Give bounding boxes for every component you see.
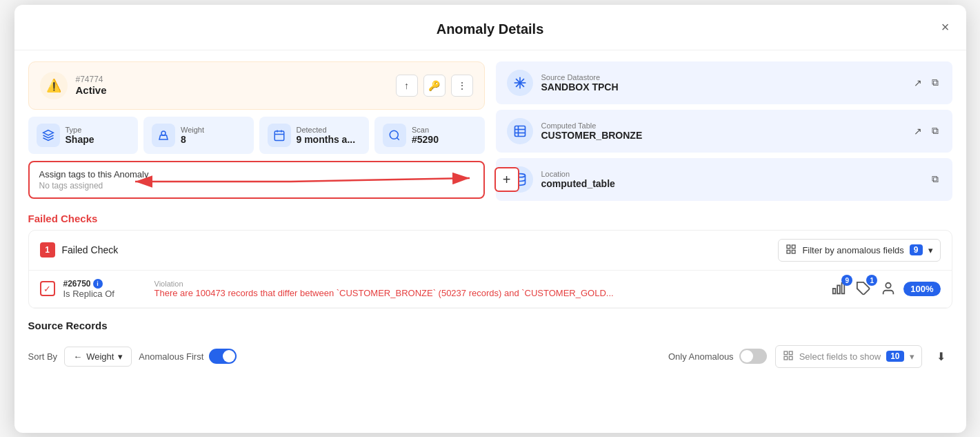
metric-cards: Type Shape Weight 8 (28, 117, 485, 154)
anomaly-id: #74774 (76, 75, 107, 84)
left-panel: ⚠️ #74774 Active ↑ 🔑 (28, 61, 485, 202)
svg-point-5 (390, 130, 398, 139)
computed-table-label: Computed Table (541, 122, 643, 130)
svg-point-0 (161, 131, 166, 135)
snowflake-icon (507, 70, 533, 96)
violation-label: Violation (154, 280, 821, 288)
copy-button[interactable]: ⧉ (929, 74, 941, 91)
select-fields-dropdown-icon: ▾ (910, 351, 914, 362)
only-anomalous-label: Only Anomalous (668, 351, 734, 362)
computed-copy-button[interactable]: ⧉ (929, 122, 941, 139)
anomaly-details-modal: Anomaly Details × ⚠️ #74774 Active (14, 5, 966, 433)
location-actions: ⧉ (929, 171, 941, 188)
close-button[interactable]: × (941, 19, 950, 35)
location-card: Location computed_table ⧉ (496, 158, 952, 201)
type-label: Type (66, 126, 94, 134)
sort-arrow-icon: ← (73, 351, 82, 362)
filter-count-badge: 9 (910, 244, 923, 255)
tags-label: Assign tags to this Anomaly (39, 169, 474, 179)
only-anomalous-toggle[interactable] (739, 349, 767, 364)
anomaly-status: Active (76, 84, 107, 96)
key-button[interactable]: 🔑 (423, 75, 446, 97)
modal-body: ⚠️ #74774 Active ↑ 🔑 (14, 50, 966, 386)
failed-checks-header: 1 Failed Check Filter by anomalous field… (29, 231, 952, 271)
source-records-title: Source Records (28, 320, 952, 331)
external-link-button[interactable]: ↗ (911, 74, 925, 91)
anomaly-card: ⚠️ #74774 Active ↑ 🔑 (28, 61, 485, 110)
source-datastore-actions: ↗ ⧉ (911, 74, 941, 91)
anomaly-actions: ↑ 🔑 ⋮ (396, 75, 473, 97)
tag-badge: 1 (866, 275, 877, 286)
detected-value: 9 months a... (297, 134, 356, 145)
location-copy-button[interactable]: ⧉ (929, 171, 941, 188)
source-datastore-card: Source Datastore SANDBOX TPCH ↗ ⧉ (496, 61, 952, 104)
weight-icon (152, 124, 175, 147)
anomalous-first-toggle[interactable] (209, 349, 237, 364)
source-datastore-text: Source Datastore SANDBOX TPCH (541, 73, 619, 93)
check-checkbox[interactable]: ✓ (40, 281, 55, 296)
metric-card-scan: Scan #5290 (374, 117, 485, 154)
source-records-toolbar: Sort By ← Weight ▾ Anomalous First Only … (28, 338, 952, 375)
check-info-badge: i (93, 279, 103, 289)
detected-icon (268, 124, 291, 147)
weight-label: Weight (181, 126, 204, 134)
svg-point-27 (886, 283, 891, 288)
select-fields-placeholder: Select fields to show (799, 351, 881, 362)
metric-info-weight: Weight 8 (181, 126, 204, 145)
check-row: ✓ #26750 i Is Replica Of Violation There… (29, 271, 952, 308)
filter-by-anomalous-button[interactable]: Filter by anomalous fields 9 ▾ (778, 239, 940, 262)
filter-label: Filter by anomalous fields (802, 245, 903, 255)
metric-info-detected: Detected 9 months a... (297, 126, 356, 145)
metric-card-type: Type Shape (28, 117, 139, 154)
anomaly-card-left: ⚠️ #74774 Active (40, 72, 107, 99)
failed-check-header-left: 1 Failed Check (40, 242, 119, 258)
sort-button[interactable]: ← Weight ▾ (64, 347, 132, 367)
failed-checks-title: Failed Checks (28, 213, 952, 224)
computed-table-left: Computed Table CUSTOMER_BRONZE (507, 118, 643, 144)
failed-checks-card: 1 Failed Check Filter by anomalous field… (28, 230, 952, 309)
top-section: ⚠️ #74774 Active ↑ 🔑 (28, 61, 952, 202)
failed-check-badge: 1 (40, 242, 55, 258)
svg-line-6 (397, 137, 399, 139)
computed-external-link-button[interactable]: ↗ (911, 122, 925, 139)
svg-rect-28 (784, 351, 788, 355)
user-icon-wrapper[interactable] (879, 279, 898, 298)
add-tag-button[interactable]: + (494, 167, 519, 192)
svg-rect-19 (787, 245, 790, 249)
right-toolbar: Only Anomalous Select fields to show 10 … (668, 345, 952, 368)
scan-icon (383, 124, 406, 147)
anomaly-info: #74774 Active (76, 75, 107, 96)
check-action-icons: 9 1 100% (829, 279, 940, 298)
sort-by-section: Sort By ← Weight ▾ Anomalous First (28, 347, 237, 367)
svg-rect-22 (792, 250, 796, 253)
failed-check-header-label: Failed Check (62, 244, 119, 255)
svg-rect-30 (784, 356, 788, 360)
location-left: Location computed_table (507, 166, 615, 193)
right-cards: Source Datastore SANDBOX TPCH ↗ ⧉ (496, 61, 952, 201)
weight-value: 8 (181, 134, 204, 145)
metric-card-detected: Detected 9 months a... (259, 117, 370, 154)
bars-icon-wrapper[interactable]: 9 (829, 279, 848, 298)
tags-section[interactable]: Assign tags to this Anomaly No tags assi… (28, 161, 485, 199)
anomalous-first-section: Anomalous First (139, 349, 237, 364)
anomalous-first-label: Anomalous First (139, 351, 203, 362)
select-fields-button[interactable]: Select fields to show 10 ▾ (775, 345, 922, 368)
detected-label: Detected (297, 126, 356, 134)
table-icon (507, 118, 533, 144)
svg-rect-14 (514, 126, 525, 136)
modal-title: Anomaly Details (437, 21, 544, 37)
type-value: Shape (66, 134, 94, 145)
download-button[interactable]: ⬇ (930, 345, 952, 367)
violation-text: There are 100473 records that differ bet… (154, 288, 821, 298)
share-icon: ↑ (404, 80, 409, 91)
more-icon: ⋮ (457, 80, 467, 91)
more-button[interactable]: ⋮ (451, 75, 473, 97)
key-icon: 🔑 (428, 80, 440, 91)
check-id-wrapper: #26750 i (63, 279, 146, 289)
share-button[interactable]: ↑ (396, 75, 418, 97)
tag-icon-wrapper[interactable]: 1 (854, 279, 873, 298)
check-name: Is Replica Of (63, 289, 146, 299)
computed-table-actions: ↗ ⧉ (911, 122, 941, 139)
sort-by-label: Sort By (28, 351, 58, 362)
source-datastore-value: SANDBOX TPCH (541, 81, 619, 93)
